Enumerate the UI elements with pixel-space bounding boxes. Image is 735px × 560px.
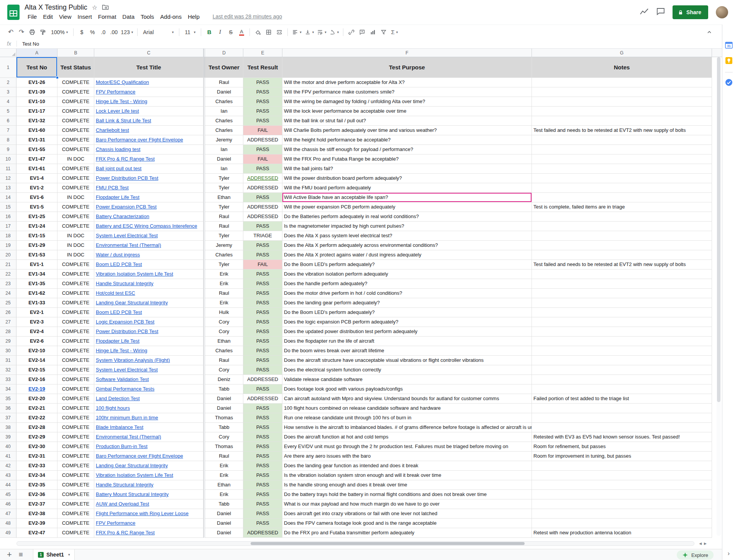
cell-test-no[interactable]: EV1-26 [16,78,57,87]
cell-notes[interactable] [532,87,712,97]
last-edit-link[interactable]: Last edit was 28 minutes ago [213,13,282,20]
cell-test-purpose[interactable]: Can aircraft autoland with Mpro and skyv… [282,394,532,404]
cell-test-title[interactable]: Environmental Test (Thermal) [94,241,203,250]
test-title-link[interactable]: AUW and Overload Test [96,501,149,507]
cell-notes[interactable] [532,317,712,327]
row-header-37[interactable]: 37 [0,413,16,423]
formula-input[interactable]: Test No [22,41,39,47]
cell-test-no[interactable]: EV1-61 [16,164,57,174]
cell-test-title[interactable]: Landing Gear Structural Integrity [94,298,203,308]
text-wrap-button[interactable]: ▾ [316,27,328,37]
cell-test-title[interactable]: Environmental Test (Thermal) [94,432,203,442]
test-title-link[interactable]: 100 flight hours [96,405,130,411]
insert-link-button[interactable] [346,27,356,37]
header-cell-e[interactable]: Test Result [243,57,282,78]
cell-test-no[interactable]: EV1-2 [16,183,57,193]
row-header-42[interactable]: 42 [0,461,16,471]
cell-test-no[interactable]: EV1-35 [16,279,57,289]
row-header-29[interactable]: 29 [0,337,16,346]
cell-test-result[interactable]: PASS [243,78,282,87]
cell-notes[interactable] [532,78,712,87]
cell-test-title[interactable]: Ball Link & Strut Life Test [94,116,203,126]
row-header-21[interactable]: 21 [0,260,16,269]
cell-test-result[interactable]: PASS [243,452,282,461]
cell-test-purpose[interactable]: Do the battery trays hold the battery in… [282,490,532,499]
text-rotation-button[interactable]: ▾ [328,27,340,37]
cell-test-no[interactable]: EV1-15 [16,231,57,241]
format-currency-button[interactable]: $ [77,27,87,37]
cell-test-result[interactable]: PASS [243,384,282,394]
functions-button[interactable]: Σ ▾ [389,27,399,37]
cell-test-status[interactable]: COMPLETE [57,116,94,126]
row-header-32[interactable]: 32 [0,365,16,375]
cell-test-no[interactable]: EV2-38 [16,509,57,519]
column-header-c[interactable]: C [94,49,203,57]
cell-test-purpose[interactable]: Does footage look good with various payl… [282,384,532,394]
header-cell-b[interactable]: Test Status [57,57,94,78]
test-title-link[interactable]: Ball joint pull out test [96,166,141,171]
cell-notes[interactable] [532,135,712,145]
explore-button[interactable]: Explore [677,550,714,560]
test-title-link[interactable]: Boom LED PCB Test [96,261,142,267]
cell-test-title[interactable]: Baro Performance over Flight Envelope [94,452,203,461]
cell-test-purpose[interactable]: Will the FRX Pro and Futaba Range be acc… [282,154,532,164]
cell-test-status[interactable]: COMPLETE [57,107,94,116]
cell-test-owner[interactable]: Charles [205,250,243,260]
cell-test-result[interactable]: ADDRESSED [243,202,282,212]
cell-notes[interactable] [532,499,712,509]
cell-notes[interactable] [532,346,712,356]
row-header-22[interactable]: 22 [0,269,16,279]
cell-test-purpose[interactable]: Does the Alta X perform adequately acros… [282,241,532,250]
test-title-link[interactable]: Boom LED PCB Test [96,309,142,315]
cell-test-result[interactable]: PASS [243,193,282,202]
cell-test-owner[interactable]: Raul [205,356,243,365]
cell-test-purpose[interactable]: Run one release candidate unit through 1… [282,413,532,423]
cell-test-owner[interactable]: Cory [205,365,243,375]
redo-button[interactable]: ↷ [16,27,26,37]
cell-notes[interactable] [532,154,712,164]
cell-test-owner[interactable]: Charles [205,126,243,135]
cell-notes[interactable]: Test failed and needs to be retested at … [532,260,712,269]
cell-test-status[interactable]: COMPLETE [57,509,94,519]
cell-test-purpose[interactable]: Will the wiring be damaged by folding / … [282,97,532,107]
text-color-button[interactable]: A [236,27,246,37]
row-header-49[interactable]: 49 [0,528,16,538]
cell-test-owner[interactable]: Tabb [205,499,243,509]
cell-notes[interactable] [532,145,712,154]
scroll-left-icon[interactable]: ◀ [699,542,702,545]
row-header-28[interactable]: 28 [0,327,16,337]
star-icon[interactable]: ☆ [92,4,97,11]
cell-notes[interactable]: Retested with EV3 as EV5 had known senso… [532,432,712,442]
cell-test-purpose[interactable]: Is the magnetometer impacted by high cur… [282,222,532,231]
font-size-select[interactable]: 11 ▾ [182,27,198,37]
row-header-12[interactable]: 12 [0,174,16,183]
cell-test-owner[interactable]: Tyler [205,202,243,212]
row-header-23[interactable]: 23 [0,279,16,289]
cell-test-title[interactable]: Flopdapter Life Test [94,193,203,202]
test-title-link[interactable]: System Vibration Analysis (Flight) [96,357,170,363]
test-title-link[interactable]: Power Expansion PCB Test [96,204,157,210]
cell-test-title[interactable]: Landing Gear Structural Integrity [94,461,203,471]
cell-test-title[interactable]: Handle Structural Integrity [94,480,203,490]
test-title-link[interactable]: Vibration Isolation System Life Test [96,271,173,277]
cell-test-no[interactable]: EV1-10 [16,97,57,107]
cell-test-title[interactable]: Baro Performance over Flight Envelope [94,135,203,145]
cell-test-purpose[interactable]: Will the height hold performance be acce… [282,135,532,145]
cell-test-owner[interactable]: Raul [205,222,243,231]
cell-test-result[interactable]: PASS [243,241,282,250]
sheets-logo-icon[interactable] [6,4,21,21]
fill-handle[interactable] [56,76,59,79]
cell-test-status[interactable]: COMPLETE [57,78,94,87]
cell-test-no[interactable]: EV1-31 [16,135,57,145]
test-title-link[interactable]: Handle Structural Integrity [96,482,153,488]
cell-test-result[interactable]: PASS [243,365,282,375]
cell-test-no[interactable]: EV2-31 [16,452,57,461]
test-no-link[interactable]: EV2-19 [28,386,45,392]
cell-test-owner[interactable]: Tyler [205,260,243,269]
cell-test-owner[interactable]: Cory [205,432,243,442]
row-header-14[interactable]: 14 [0,193,16,202]
cell-test-title[interactable]: Hot/cold test ESC [94,289,203,298]
cell-test-title[interactable]: FPV Performance [94,519,203,528]
cell-test-status[interactable]: COMPLETE [57,442,94,452]
test-title-link[interactable]: Logic Expansion PCB Test [96,319,154,325]
